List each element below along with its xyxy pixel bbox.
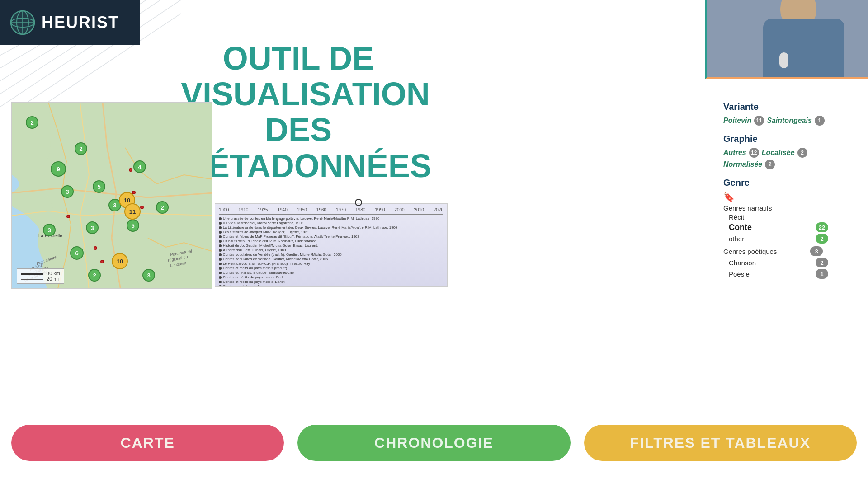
timeline-entry-1: Une brassée de contes en bla lengage poi… [219,216,443,221]
timeline-entry-8: A l'hère dou Tieft. Dubois, Ulysse, 1983 [219,248,443,252]
timeline-entry-16: Contes populaires de V [219,284,443,287]
variante-title: Variante [723,102,857,112]
timeline-entry-9: Contes populaires de Vendée (trad. fr). … [219,253,443,257]
map-background: Parc naturel régional de l'Estuaire de l… [12,103,212,288]
genres-poetiques-label: Genres poétiques [723,248,777,255]
marker-3-4[interactable]: 3 [43,224,56,236]
genres-poetiques-count: 3 [810,246,823,256]
logo-container: HEURIST [0,0,140,45]
map-scale: 30 km 20 mi [17,268,64,284]
marker-6[interactable]: 6 [70,246,84,260]
page-title: OUTIL DE VISUALISATION DES MÉTADONNÉES [181,41,416,184]
variante-poitevin-row: Poitevin 11 Saintongeais 1 [723,116,857,126]
marker-2-3[interactable]: 2 [156,201,169,214]
variante-poitevin-label: Poitevin [723,117,751,125]
conte-label: Conte [729,223,752,232]
other-count: 2 [816,234,828,244]
bottom-nav: CARTE CHRONOLOGIE FILTRES ET TABLEAUX [11,425,857,461]
marker-9[interactable]: 9 [51,161,66,177]
chanson-row: Chanson 2 [729,258,828,267]
graphie-normalisee-row: Normalisée 2 [723,160,857,169]
poesie-row: Poésie 1 [729,269,828,279]
timeline-bg: 1900 1910 1925 1940 1950 1960 1970 1980 … [215,204,447,286]
carte-button[interactable]: CARTE [11,425,284,461]
video-placeholder [707,0,868,77]
map-container[interactable]: Parc naturel régional de l'Estuaire de l… [11,102,212,289]
timeline-entries: Une brassée de contes en bla lengage poi… [219,216,443,287]
video-inset [705,0,868,79]
timeline-entry-12: Contes et récits du pays melois (trad. f… [219,266,443,270]
genre-title: Genre [723,178,857,188]
graphie-section: Graphie Autres 12 Localisée 2 Normalisée… [723,134,857,169]
timeline-entry-5: Contes et fables de MaP Pruneau dit "Bio… [219,235,443,239]
scale-mi: 20 mi [21,276,60,282]
genres-poetiques-row: Genres poétiques 3 [723,246,823,256]
chanson-count: 2 [816,258,828,267]
variante-section: Variante Poitevin 11 Saintongeais 1 [723,102,857,126]
graphie-localisee-label: Localisée [762,149,795,157]
graphie-autres-badge: 12 [749,148,759,158]
filtres-button[interactable]: FILTRES ET TABLEAUX [584,425,857,461]
pin-red-6 [100,260,104,263]
marker-5-1[interactable]: 5 [93,180,105,193]
marker-3-3[interactable]: 3 [86,221,99,234]
timeline-entry-14: Contes en récits du pays melois. Barlet [219,275,443,279]
marker-3-5[interactable]: 3 [142,269,155,282]
graphie-localisee-badge: 2 [797,148,807,158]
pin-red-1 [129,168,132,172]
genres-narratifs-label: Genres narratifs [723,204,772,212]
poesie-label: Poésie [729,270,750,278]
chanson-label: Chanson [729,259,756,267]
right-sidebar: Variante Poitevin 11 Saintongeais 1 Grap… [723,102,857,287]
timeline-entry-15: Contes et récits du pays melois. Barlet [219,280,443,284]
marker-3-1[interactable]: 3 [61,185,74,198]
genre-section: Genre 🔖 Genres narratifs Récit Conte 22 … [723,178,857,279]
variante-poitevin-badge: 11 [754,116,764,126]
pin-red-3 [140,206,144,209]
graphie-autres-row: Autres 12 Localisée 2 [723,148,857,158]
marker-2-2[interactable]: 2 [75,142,87,155]
genres-narratifs-row: Genres narratifs [723,204,857,212]
marker-5-2[interactable]: 5 [127,219,139,232]
timeline-entry-10: Contes populaires de Vendée. Gautier, Mi… [219,257,443,261]
timeline-axis: 1900 1910 1925 1940 1950 1960 1970 1980 … [219,207,443,215]
graphie-normalisee-label: Normalisée [723,160,762,169]
graphie-normalisee-badge: 2 [765,160,775,169]
pin-red-5 [94,246,97,250]
conte-count: 22 [816,222,828,232]
globe-icon [9,9,36,36]
svg-point-13 [11,11,34,34]
other-row: other 2 [729,234,828,244]
marker-yellow-11[interactable]: 11 [124,203,141,220]
marker-yellow-10-2[interactable]: 10 [112,253,128,269]
genre-icon: 🔖 [723,192,735,202]
timeline-entry-3: La Littérature orale dans le département… [219,225,443,230]
conte-row: Conte 22 [729,222,828,232]
chronologie-button[interactable]: CHRONOLOGIE [297,425,570,461]
recit-label: Récit [729,213,744,221]
timeline-entry-6: En haut Poitou du coélé dNOville. Racino… [219,239,443,243]
variante-saintongeais-label: Saintongeais [767,117,812,125]
recit-row: Récit [729,213,857,221]
pin-red-4 [66,215,70,218]
timeline-container[interactable]: 1900 1910 1925 1940 1950 1960 1970 1980 … [215,203,448,287]
marker-2-4[interactable]: 2 [88,269,101,282]
timeline-entry-13: Contes du Marais. Bidaude, Bernadette/Ch… [219,271,443,275]
pin-red-2 [132,191,136,194]
timeline-entry-11: Le Petit Chivou Blan. U.P.C.P. (Prahecq)… [219,262,443,266]
timeline-entry-7: Histoéi de Jo. Gautier, Michell/Micha Go… [219,244,443,248]
marker-4[interactable]: 4 [133,160,146,173]
graphie-autres-label: Autres [723,149,746,157]
timeline-entry-2: Œuvres. Marchebier, Marc/Pierre Lagarren… [219,221,443,225]
other-label: other [729,235,744,243]
graphie-title: Graphie [723,134,857,144]
logo-text: HEURIST [42,13,119,32]
main-title-block: OUTIL DE VISUALISATION DES MÉTADONNÉES [181,41,416,184]
timeline-entry-4: Les histoires de Jhaquet Mlak. Rouger, E… [219,230,443,234]
variante-saintongeais-badge: 1 [815,116,825,126]
marker-2-1[interactable]: 2 [26,116,38,129]
scale-km: 30 km [21,271,60,276]
poesie-count: 1 [816,269,828,279]
